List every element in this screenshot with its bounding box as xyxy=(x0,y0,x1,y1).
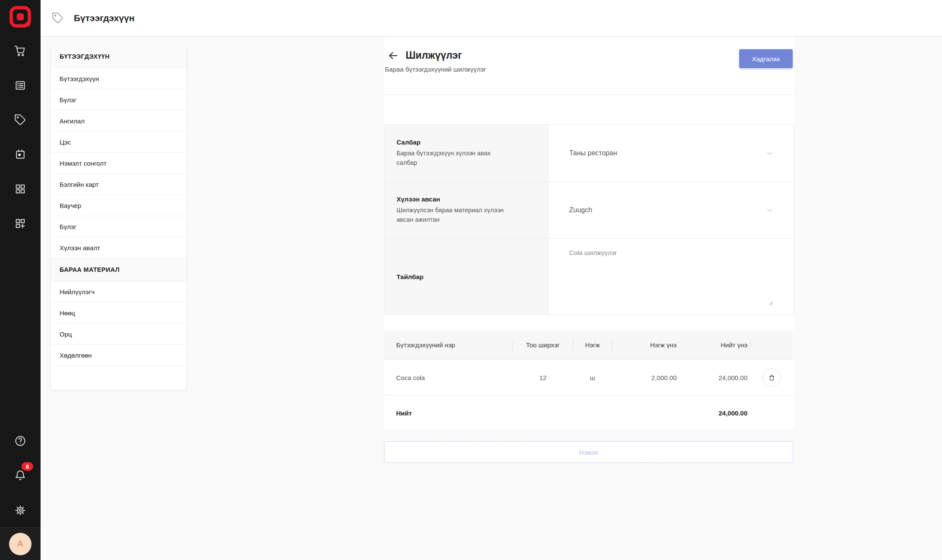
header-tag-icon xyxy=(52,12,64,24)
header-divider xyxy=(384,94,794,95)
help-icon[interactable] xyxy=(14,435,26,447)
gear-icon[interactable] xyxy=(14,504,26,516)
list-icon[interactable] xyxy=(14,79,26,91)
sidebar-item-product[interactable]: Бүтээгдэхүүн xyxy=(51,68,186,89)
note-textarea[interactable]: Cola шилжүүлэг xyxy=(567,245,773,305)
grand-total-value: 24,000.00 xyxy=(677,409,750,417)
chevron-down-icon xyxy=(766,149,774,157)
receiver-select[interactable]: Zuugch xyxy=(548,182,794,238)
sidebar-item-stock[interactable]: Нөөц xyxy=(51,302,186,324)
notification-badge: 8 xyxy=(22,462,33,471)
table-row: Coca cola 12 ш 2,000.00 24,000.00 xyxy=(384,360,793,395)
transfer-form: Салбар Бараа бүтээгдэхүүн хүлээн авах са… xyxy=(384,124,794,315)
sidebar-item-group-2[interactable]: Бүлэг xyxy=(51,216,186,237)
cart-icon[interactable] xyxy=(14,45,26,57)
sidebar-section-materials: БАРАА МАТЕРИАЛ xyxy=(51,258,186,281)
col-quantity: Тоо ширхэг xyxy=(513,341,573,349)
cell-product-name: Coca cola xyxy=(384,374,513,381)
tag-icon[interactable] xyxy=(14,114,26,126)
branch-description: Бараа бүтээгдэхүүн хүлээн авах салбар xyxy=(397,149,507,168)
col-unit: Нэгж xyxy=(573,341,612,349)
branch-select[interactable]: Таны ресторан xyxy=(548,125,794,182)
content-card: Шилжүүлэг Бараа бүтээгдэхүүний шилжүүлэг… xyxy=(384,37,794,429)
cell-unit: ш xyxy=(573,374,612,381)
sidebar-item-movement[interactable]: Хөдөлгөөн xyxy=(51,345,186,366)
branch-label: Салбар xyxy=(397,138,536,146)
bell-icon[interactable] xyxy=(14,469,26,481)
avatar[interactable]: A xyxy=(9,533,32,555)
branch-label-cell: Салбар Бараа бүтээгдэхүүн хүлээн авах са… xyxy=(384,125,548,182)
delete-row-button[interactable] xyxy=(762,368,781,387)
grid-icon[interactable] xyxy=(14,183,26,195)
sidebar-section-products: БҮТЭЭГДЭХҮҮН xyxy=(51,45,186,68)
chevron-down-icon xyxy=(766,206,774,214)
trash-icon xyxy=(768,374,776,382)
page-subtitle: Бараа бүтээгдэхүүний шилжүүлэг xyxy=(385,66,794,73)
receiver-label: Хүлээн авсан xyxy=(397,195,536,203)
brand-logo[interactable] xyxy=(9,6,32,28)
table-header: Бүтээгдэхүүний нэр Тоо ширхэг Нэгж Нэгж … xyxy=(384,330,793,360)
total-label: Нийт xyxy=(384,409,513,417)
col-unit-price: Нэгж үнэ xyxy=(612,341,677,349)
calendar-icon[interactable] xyxy=(14,148,26,160)
col-product-name: Бүтээгдэхүүний нэр xyxy=(384,341,513,349)
sidebar-item-ingredient[interactable]: Орц xyxy=(51,324,186,345)
cell-total-price: 24,000.00 xyxy=(677,374,750,381)
sidebar-item-receiving[interactable]: Хүлээн авалт xyxy=(51,237,186,258)
receiver-select-value: Zuugch xyxy=(569,206,592,214)
receiver-description: Шилжүүлсэн бараа материал хүлээн авсан а… xyxy=(397,206,507,225)
sidebar-item-supplier[interactable]: Нийлүүлэгч xyxy=(51,281,186,302)
sidebar-item-gift-card[interactable]: Бэлгийн карт xyxy=(51,174,186,195)
items-table: Бүтээгдэхүүний нэр Тоо ширхэг Нэгж Нэгж … xyxy=(384,330,793,430)
cell-quantity: 12 xyxy=(513,374,573,381)
add-item-label: Нэмэх xyxy=(579,449,598,456)
top-header: Бүтээгдэхүүн xyxy=(41,0,942,37)
note-label-cell: Тайлбар xyxy=(384,239,548,315)
sidebar: БҮТЭЭГДЭХҮҮН Бүтээгдэхүүн Бүлэг Ангилал … xyxy=(50,45,187,390)
sidebar-item-category[interactable]: Ангилал xyxy=(51,110,186,132)
back-arrow-icon[interactable] xyxy=(388,50,399,61)
app-section-title: Бүтээгдэхүүн xyxy=(74,13,135,23)
table-footer: Нийт 24,000.00 xyxy=(384,395,793,430)
grid-plus-icon[interactable] xyxy=(14,217,26,230)
sidebar-item-menu[interactable]: Цэс xyxy=(51,132,186,153)
icon-rail: 8 A xyxy=(0,0,41,560)
note-label: Тайлбар xyxy=(397,273,536,280)
branch-select-value: Таны ресторан xyxy=(569,149,617,157)
sidebar-item-extra-option[interactable]: Нэмэлт сонголт xyxy=(51,153,186,174)
sidebar-item-group[interactable]: Бүлэг xyxy=(51,89,186,110)
col-total-price: Нийт үнэ xyxy=(677,341,750,349)
cell-unit-price: 2,000.00 xyxy=(612,374,677,381)
receiver-label-cell: Хүлээн авсан Шилжүүлсэн бараа материал х… xyxy=(384,182,548,238)
page-title: Шилжүүлэг xyxy=(406,50,462,61)
sidebar-item-voucher[interactable]: Ваучер xyxy=(51,195,186,216)
save-button[interactable]: Хадгалах xyxy=(739,49,793,68)
add-item-button[interactable]: Нэмэх xyxy=(384,441,793,463)
